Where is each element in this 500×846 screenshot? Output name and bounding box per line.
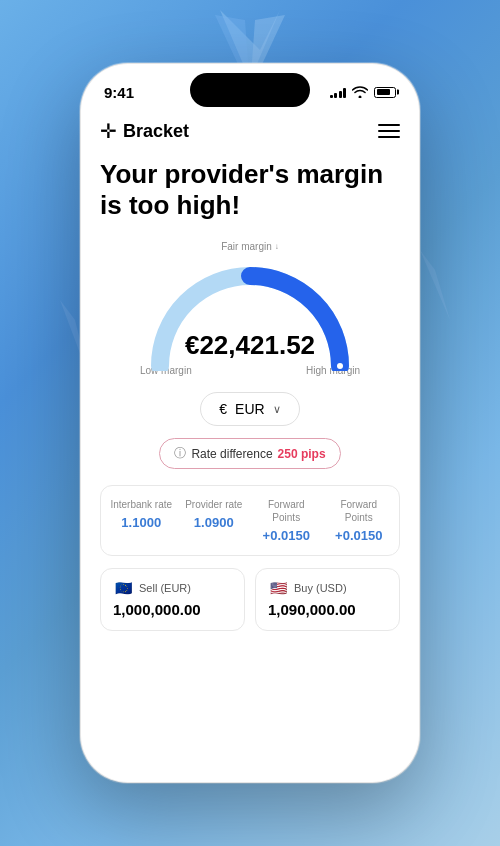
dynamic-island: [190, 73, 310, 107]
card-label-1: Buy (USD): [294, 582, 347, 594]
phone-frame: 9:41 ✛ Bracket: [80, 63, 420, 783]
status-time: 9:41: [104, 84, 134, 101]
data-col-3: Forward Points+0.0150: [323, 498, 396, 543]
col-header-2: Forward Points: [254, 498, 319, 524]
flag-icon-0: 🇪🇺: [113, 581, 133, 595]
col-value-3: +0.0150: [327, 528, 392, 543]
logo-icon: ✛: [100, 119, 117, 143]
gauge-value: €22,421.52: [185, 330, 315, 361]
card-amount-0: 1,000,000.00: [113, 601, 232, 618]
signal-icon: [330, 87, 347, 98]
card-amount-1: 1,090,000.00: [268, 601, 387, 618]
col-value-2: +0.0150: [254, 528, 319, 543]
fair-margin-label: Fair margin: [221, 241, 279, 252]
status-icons: [330, 86, 397, 98]
card-header-1: 🇺🇸Buy (USD): [268, 581, 387, 595]
data-table-row: Interbank rate1.1000Provider rate1.0900F…: [105, 498, 395, 543]
battery-icon: [374, 87, 396, 98]
chevron-down-icon: ∨: [273, 403, 281, 416]
card-header-0: 🇪🇺Sell (EUR): [113, 581, 232, 595]
currency-code: EUR: [235, 401, 265, 417]
col-header-1: Provider rate: [182, 498, 247, 511]
data-table: Interbank rate1.1000Provider rate1.0900F…: [100, 485, 400, 556]
logo-text: Bracket: [123, 121, 189, 142]
data-col-1: Provider rate1.0900: [178, 498, 251, 543]
currency-card-0: 🇪🇺Sell (EUR)1,000,000.00: [100, 568, 245, 631]
rate-badge: ⓘ Rate difference 250 pips: [159, 438, 340, 469]
menu-button[interactable]: [378, 124, 400, 138]
main-heading: Your provider's margin is too high!: [100, 159, 400, 221]
logo: ✛ Bracket: [100, 119, 189, 143]
currency-card-1: 🇺🇸Buy (USD)1,090,000.00: [255, 568, 400, 631]
info-icon: ⓘ: [174, 445, 186, 462]
currency-symbol: €: [219, 401, 227, 417]
rate-badge-text: Rate difference: [191, 447, 272, 461]
rate-badge-highlight: 250 pips: [278, 447, 326, 461]
data-col-0: Interbank rate1.1000: [105, 498, 178, 543]
app-header: ✛ Bracket: [100, 107, 400, 159]
gauge-section: Fair margin €22,421.52 Low margin High m…: [100, 241, 400, 376]
currency-cards: 🇪🇺Sell (EUR)1,000,000.00🇺🇸Buy (USD)1,090…: [100, 568, 400, 631]
card-label-0: Sell (EUR): [139, 582, 191, 594]
svg-point-6: [337, 363, 343, 369]
wifi-icon: [352, 86, 368, 98]
app-content: ✛ Bracket Your provider's margin is too …: [80, 107, 420, 783]
col-header-0: Interbank rate: [109, 498, 174, 511]
col-value-1: 1.0900: [182, 515, 247, 530]
flag-icon-1: 🇺🇸: [268, 581, 288, 595]
svg-marker-4: [420, 250, 450, 320]
col-header-3: Forward Points: [327, 498, 392, 524]
gauge-container: €22,421.52: [140, 256, 360, 371]
data-col-2: Forward Points+0.0150: [250, 498, 323, 543]
currency-selector[interactable]: € EUR ∨: [200, 392, 299, 426]
col-value-0: 1.1000: [109, 515, 174, 530]
